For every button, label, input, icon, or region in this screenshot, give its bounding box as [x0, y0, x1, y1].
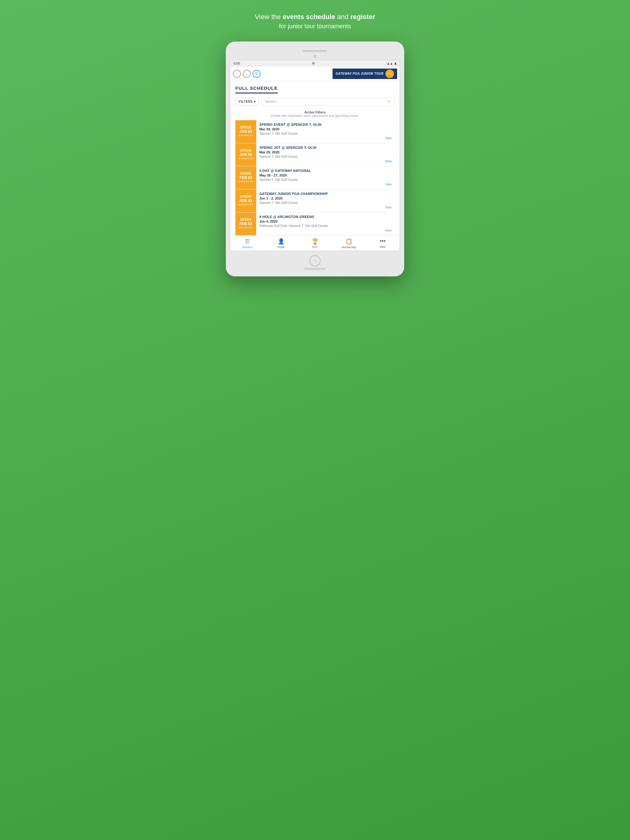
event-venue: Spencer T. Olin Golf Course: [259, 132, 392, 135]
event-badge: OPENS JAN 06 8:00 AM CST: [235, 120, 256, 143]
badge-opens: OPENS: [240, 218, 252, 222]
app-content: FULL SCHEDULE FILTERS ▾ Search... ⚡ Acti…: [230, 81, 400, 235]
forward-button[interactable]: ›: [243, 70, 251, 78]
event-venue: Spencer T. Olin Golf Course: [259, 201, 392, 204]
event-name: GATEWAY JUNIOR PGA CHAMPIONSHIP: [259, 192, 392, 196]
nav-icon-profile: 👤: [278, 238, 285, 245]
event-name: 9 HOLE @ ARLINGTON GREENS: [259, 215, 392, 219]
settings-icon: ⚙: [312, 62, 315, 65]
event-name: SPRING EVENT @ SPENCER T. OLIN: [259, 123, 392, 126]
search-filter-icon: ⚡: [387, 99, 391, 104]
bottom-nav: ☰ Directory 👤 Profile 🏆 POY 📋 Membership…: [230, 235, 400, 251]
nav-icon-more: •••: [380, 238, 386, 245]
active-filters-box: Active Filters Events with registration …: [235, 109, 395, 120]
browser-bar: ‹ › ↻ GATEWAY PGA JUNIOR TOUR PGA: [230, 67, 400, 81]
refresh-button[interactable]: ↻: [253, 70, 261, 78]
nav-label-profile: Profile: [277, 246, 285, 249]
event-view-link[interactable]: View: [259, 227, 392, 233]
status-bar: 6:00 ⚙ ▲▲ ▮: [230, 60, 400, 67]
tablet-frame: 6:00 ⚙ ▲▲ ▮ ‹ › ↻ GATEWAY PGA JUNIOR TOU…: [226, 41, 404, 276]
filters-row: FILTERS ▾ Search... ⚡: [235, 98, 395, 106]
hero-line1-normal: View the: [255, 13, 283, 21]
event-item[interactable]: OPENS JAN 06 8:00 AM CST SPRING JDT @ SP…: [235, 143, 395, 166]
event-badge: OPENS JAN 06 8:00 AM CST: [235, 143, 256, 166]
event-date: May 26 - 27, 2020: [259, 174, 392, 177]
event-name: SPRING JDT @ SPENCER T. OLIN: [259, 146, 392, 149]
event-date: Jun 1 - 2, 2020: [259, 196, 392, 200]
nav-item-more[interactable]: ••• More: [374, 238, 392, 249]
event-item[interactable]: OPENS FEB 03 8:00 AM CST GATEWAY JUNIOR …: [235, 189, 395, 212]
event-date: Mar 29, 2020: [259, 127, 392, 131]
event-details: SPRING EVENT @ SPENCER T. OLIN Mar 29, 2…: [256, 120, 395, 143]
nav-label-directory: Directory: [242, 246, 253, 249]
gateway-banner-text: GATEWAY PGA JUNIOR TOUR: [336, 72, 384, 75]
badge-date: FEB 03: [240, 175, 252, 180]
badge-time: 8:00 AM CST: [238, 226, 253, 229]
gateway-banner: GATEWAY PGA JUNIOR TOUR PGA: [332, 69, 397, 79]
event-venue: Dalhousie Golf Club • Spencer T. Olin Go…: [259, 224, 392, 227]
badge-opens: OPENS: [240, 172, 252, 175]
event-name: 2-DAY @ GATEWAY NATIONAL: [259, 169, 392, 172]
event-view-link[interactable]: View: [259, 182, 392, 186]
event-item[interactable]: OPENS FEB 03 8:00 AM CST 9 HOLE @ ARLING…: [235, 212, 395, 235]
hero-bold2: register: [350, 13, 375, 21]
status-bar-right: ▲▲ ▮: [387, 62, 397, 65]
event-item[interactable]: OPENS JAN 06 8:00 AM CST SPRING EVENT @ …: [235, 120, 395, 143]
active-filters-desc: Events with registration open, past even…: [235, 114, 395, 117]
badge-opens: OPENS: [240, 149, 252, 153]
active-filters-title: Active Filters: [235, 111, 395, 114]
home-button-inner: [313, 259, 317, 262]
event-details: SPRING JDT @ SPENCER T. OLIN Mar 29, 202…: [256, 143, 395, 166]
event-venue: Spencer T. Olin Golf Course: [259, 178, 392, 182]
status-time: 6:00: [233, 62, 240, 65]
filters-chevron-icon: ▾: [254, 99, 256, 104]
event-badge: OPENS FEB 03 8:00 AM CST: [235, 212, 256, 235]
badge-date: FEB 03: [240, 199, 252, 204]
badge-date: JAN 06: [240, 129, 252, 134]
pga-logo: PGA: [385, 69, 394, 78]
event-badge: OPENS FEB 03 8:00 AM CST: [235, 166, 256, 189]
badge-opens: OPENS: [240, 126, 252, 129]
search-bar[interactable]: Search... ⚡: [261, 98, 395, 106]
event-details: GATEWAY JUNIOR PGA CHAMPIONSHIP Jun 1 - …: [256, 189, 395, 212]
event-view-link[interactable]: View: [259, 158, 392, 164]
badge-time: 8:00 AM CST: [238, 157, 253, 160]
tablet-speaker: [303, 50, 327, 52]
nav-item-profile[interactable]: 👤 Profile: [272, 238, 290, 249]
hero-line1-normal2: and: [335, 13, 350, 21]
tablet-camera: [313, 55, 317, 58]
badge-time: 8:00 AM CST: [238, 180, 253, 183]
nav-label-membership: Membership: [342, 246, 356, 249]
badge-time: 8:00 AM CST: [238, 134, 253, 137]
back-button[interactable]: ‹: [233, 70, 241, 78]
event-details: 9 HOLE @ ARLINGTON GREENS Jun 4, 2020 Da…: [256, 212, 395, 235]
nav-label-poy: POY: [312, 246, 318, 249]
filters-button[interactable]: FILTERS ▾: [235, 98, 259, 106]
nav-item-membership[interactable]: 📋 Membership: [340, 238, 358, 249]
event-details: 2-DAY @ GATEWAY NATIONAL May 26 - 27, 20…: [256, 166, 395, 189]
tablet-top-bar: [230, 50, 400, 52]
wifi-icon: ▲▲: [387, 62, 393, 65]
nav-icon-directory: ☰: [245, 238, 250, 245]
event-item[interactable]: OPENS FEB 03 8:00 AM CST 2-DAY @ GATEWAY…: [235, 166, 395, 189]
badge-opens: OPENS: [240, 195, 252, 199]
home-button[interactable]: [309, 255, 321, 266]
tablet-bottom-bar: [230, 255, 400, 266]
nav-icon-poy: 🏆: [312, 238, 318, 245]
search-placeholder: Search...: [265, 99, 279, 103]
event-view-link[interactable]: View: [259, 135, 392, 141]
badge-time: 8:00 AM CST: [238, 203, 253, 206]
nav-icon-membership: 📋: [345, 238, 352, 245]
event-list: OPENS JAN 06 8:00 AM CST SPRING EVENT @ …: [235, 120, 395, 235]
hero-bold1: events schedule: [283, 13, 335, 21]
nav-label-more: More: [380, 245, 385, 248]
event-date: Mar 29, 2020: [259, 150, 392, 154]
schedule-title: FULL SCHEDULE: [235, 85, 278, 93]
event-view-link[interactable]: View: [259, 204, 392, 210]
nav-item-poy[interactable]: 🏆 POY: [306, 238, 324, 249]
tablet-screen: 6:00 ⚙ ▲▲ ▮ ‹ › ↻ GATEWAY PGA JUNIOR TOU…: [230, 60, 400, 251]
nav-item-directory[interactable]: ☰ Directory: [238, 238, 256, 249]
badge-date: JAN 06: [240, 153, 252, 158]
badge-date: FEB 03: [240, 222, 252, 227]
event-date: Jun 4, 2020: [259, 219, 392, 223]
